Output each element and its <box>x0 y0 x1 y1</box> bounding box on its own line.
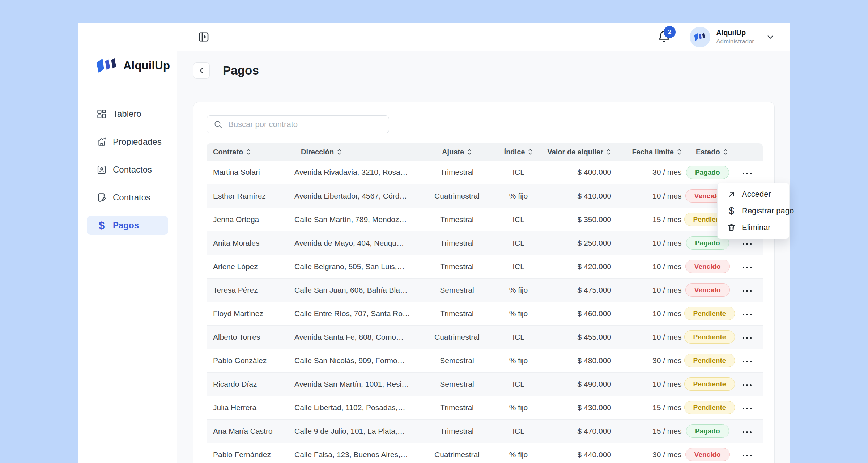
cell-actions <box>731 302 763 325</box>
row-actions-button[interactable] <box>740 428 754 436</box>
dollar-icon: $ <box>727 205 736 217</box>
cell-estado: Pendiente <box>684 396 731 419</box>
row-actions-button[interactable] <box>740 358 754 365</box>
table-row[interactable]: Ana María Castro Calle 9 de Julio, 101, … <box>207 419 763 443</box>
row-actions-button[interactable] <box>740 287 754 295</box>
menu-item-label: Eliminar <box>742 223 770 232</box>
cell-direccion: Avenida San Martín, 1001, Resi… <box>294 372 420 396</box>
cell-ajuste: Trimestral <box>420 419 494 443</box>
table-row[interactable]: Esther Ramírez Avenida Libertador, 4567,… <box>207 184 763 208</box>
table-header: Contrato Dirección Ajuste <box>207 143 763 161</box>
cell-ajuste: Trimestral <box>420 208 494 231</box>
sidebar-item-tablero[interactable]: Tablero <box>87 105 168 123</box>
back-button[interactable] <box>193 62 210 79</box>
cell-estado: Pagado <box>684 161 731 184</box>
row-actions-button[interactable] <box>740 381 754 389</box>
column-header-ajuste[interactable]: Ajuste <box>420 143 494 161</box>
menu-item-eliminar[interactable]: Eliminar <box>718 219 789 236</box>
sidebar-item-propiedades[interactable]: Propiedades <box>87 132 168 151</box>
column-label: Valor de alquiler <box>547 148 603 156</box>
cell-estado: Pendiente <box>684 372 731 396</box>
cell-estado: Vencido <box>684 443 731 463</box>
table-row[interactable]: Anita Morales Avenida de Mayo, 404, Neuq… <box>207 231 763 255</box>
cell-ajuste: Trimestral <box>420 302 494 325</box>
payments-card: Contrato Dirección Ajuste <box>193 102 775 463</box>
cell-contrato: Martina Solari <box>207 161 294 184</box>
menu-item-acceder[interactable]: Acceder <box>718 186 789 203</box>
cell-ajuste: Semestral <box>420 372 494 396</box>
cell-direccion: Avenida Libertador, 4567, Córd… <box>294 184 420 208</box>
user-menu[interactable]: AlquilUp Administrador <box>690 27 775 47</box>
cell-estado: Pendiente <box>684 325 731 349</box>
sidebar-item-pagos[interactable]: $ Pagos <box>87 216 168 235</box>
cell-contrato: Ricardo Díaz <box>207 372 294 396</box>
sort-icon <box>467 148 472 156</box>
column-header-fecha[interactable]: Fecha limite <box>613 143 684 161</box>
cell-fecha: 15 / mes <box>613 419 684 443</box>
row-actions-button[interactable] <box>740 405 754 412</box>
column-header-estado[interactable]: Estado <box>684 143 731 161</box>
search-input[interactable] <box>227 119 382 129</box>
cell-direccion: Calle San Nicolás, 909, Formo… <box>294 349 420 372</box>
trash-icon <box>727 223 736 232</box>
status-badge: Pagado <box>686 166 729 179</box>
status-badge: Pendiente <box>684 401 735 414</box>
cell-contrato: Alberto Torres <box>207 325 294 349</box>
cell-actions <box>731 255 763 278</box>
cell-fecha: 15 / mes <box>613 208 684 231</box>
cell-fecha: 10 / mes <box>613 278 684 302</box>
cell-indice: ICL <box>494 325 543 349</box>
table-row[interactable]: Teresa Pérez Calle San Juan, 606, Bahía … <box>207 278 763 302</box>
column-header-contrato[interactable]: Contrato <box>207 143 294 161</box>
column-label: Índice <box>504 148 525 156</box>
sidebar-item-contratos[interactable]: Contratos <box>87 188 168 207</box>
cell-ajuste: Semestral <box>420 278 494 302</box>
cell-ajuste: Cuatrimestral <box>420 325 494 349</box>
chevron-left-icon <box>197 67 205 75</box>
cell-estado: Pendiente <box>684 349 731 372</box>
status-badge: Vencido <box>685 260 730 273</box>
row-actions-button[interactable] <box>740 311 754 318</box>
status-badge: Pendiente <box>684 377 735 391</box>
notifications-button[interactable]: 2 <box>658 30 671 43</box>
sidebar-item-contactos[interactable]: Contactos <box>87 160 168 179</box>
cell-valor: $ 475.000 <box>543 278 613 302</box>
panel-toggle-icon <box>197 31 210 43</box>
cell-ajuste: Semestral <box>420 349 494 372</box>
table-row[interactable]: Martina Solari Avenida Rivadavia, 3210, … <box>207 161 763 184</box>
table-row[interactable]: Pablo González Calle San Nicolás, 909, F… <box>207 349 763 372</box>
table-row[interactable]: Ricardo Díaz Avenida San Martín, 1001, R… <box>207 372 763 396</box>
column-header-indice[interactable]: Índice <box>494 143 543 161</box>
table-row[interactable]: Julia Herrera Calle Libertad, 1102, Posa… <box>207 396 763 419</box>
cell-valor: $ 490.000 <box>543 372 613 396</box>
row-actions-button[interactable] <box>740 264 754 271</box>
cell-contrato: Pablo Fernández <box>207 443 294 463</box>
row-actions-button[interactable] <box>740 240 754 248</box>
status-badge: Pendiente <box>684 307 735 320</box>
cell-fecha: 10 / mes <box>613 325 684 349</box>
cell-ajuste: Cuatrimestral <box>420 443 494 463</box>
cell-indice: % fijo <box>494 302 543 325</box>
sidebar-toggle-button[interactable] <box>197 31 210 43</box>
table-row[interactable]: Jenna Ortega Calle San Martín, 789, Mend… <box>207 208 763 231</box>
table-row[interactable]: Alberto Torres Avenida Santa Fe, 808, Co… <box>207 325 763 349</box>
page-title: Pagos <box>223 64 259 77</box>
cell-valor: $ 420.000 <box>543 255 613 278</box>
contract-icon <box>96 192 107 203</box>
row-actions-button[interactable] <box>740 170 754 177</box>
row-actions-button[interactable] <box>740 334 754 342</box>
table-row[interactable]: Pablo Fernández Calle Falsa, 123, Buenos… <box>207 443 763 463</box>
table-row[interactable]: Arlene López Calle Belgrano, 505, San Lu… <box>207 255 763 278</box>
cell-fecha: 10 / mes <box>613 184 684 208</box>
menu-item-registrar-pago[interactable]: $ Registrar pago <box>718 203 789 219</box>
cell-fecha: 10 / mes <box>613 231 684 255</box>
row-actions-button[interactable] <box>740 452 754 459</box>
column-header-valor[interactable]: Valor de alquiler <box>543 143 613 161</box>
table-row[interactable]: Floyd Martínez Calle Entre Ríos, 707, Sa… <box>207 302 763 325</box>
column-header-direccion[interactable]: Dirección <box>294 143 420 161</box>
house-plus-icon <box>96 136 107 147</box>
cell-actions <box>731 396 763 419</box>
cell-estado: Vencido <box>684 278 731 302</box>
logo-mark-icon <box>96 58 119 74</box>
sort-icon <box>528 148 533 156</box>
